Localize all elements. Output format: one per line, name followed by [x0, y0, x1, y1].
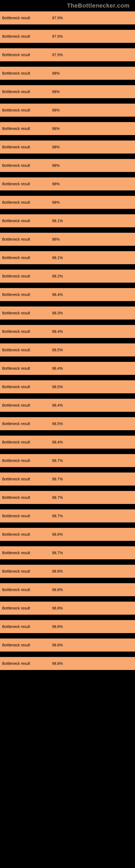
result-row[interactable]: Bottleneck result98.7%: [0, 491, 135, 509]
result-label: Bottleneck result: [0, 624, 50, 629]
percentage-value: 98.6%: [52, 532, 63, 536]
result-row[interactable]: Bottleneck result98.8%: [0, 583, 135, 601]
percentage-area: 98.1%: [50, 251, 135, 264]
result-row[interactable]: Bottleneck result98.5%: [0, 380, 135, 399]
percentage-area: 98.8%: [50, 657, 135, 670]
percentage-area: 98.7%: [50, 509, 135, 522]
percentage-area: 98.7%: [50, 546, 135, 559]
percentage-area: 98%: [50, 67, 135, 80]
result-label: Bottleneck result: [0, 16, 50, 20]
percentage-value: 98.7%: [52, 458, 63, 463]
result-row[interactable]: Bottleneck result98%: [0, 159, 135, 177]
result-label: Bottleneck result: [0, 366, 50, 371]
result-label: Bottleneck result: [0, 403, 50, 407]
result-row[interactable]: Bottleneck result98.1%: [0, 251, 135, 270]
percentage-area: 98%: [50, 159, 135, 172]
result-row[interactable]: Bottleneck result97.9%: [0, 30, 135, 48]
percentage-value: 98.2%: [52, 274, 63, 278]
result-row[interactable]: Bottleneck result98.8%: [0, 565, 135, 583]
result-label: Bottleneck result: [0, 514, 50, 518]
result-row[interactable]: Bottleneck result98.4%: [0, 399, 135, 417]
result-row[interactable]: Bottleneck result98%: [0, 177, 135, 196]
result-label: Bottleneck result: [0, 34, 50, 38]
results-list: Bottleneck result97.9%Bottleneck result9…: [0, 11, 135, 675]
result-row[interactable]: Bottleneck result98.2%: [0, 270, 135, 288]
result-row[interactable]: Bottleneck result98%: [0, 196, 135, 214]
percentage-area: 98.8%: [50, 601, 135, 615]
result-row[interactable]: Bottleneck result98.7%: [0, 546, 135, 565]
result-row[interactable]: Bottleneck result98.5%: [0, 343, 135, 362]
result-row[interactable]: Bottleneck result98%: [0, 104, 135, 122]
percentage-value: 98%: [52, 71, 60, 75]
result-row[interactable]: Bottleneck result98.7%: [0, 509, 135, 528]
result-row[interactable]: Bottleneck result98.8%: [0, 639, 135, 657]
result-label: Bottleneck result: [0, 90, 50, 94]
percentage-value: 98.7%: [52, 514, 63, 518]
result-label: Bottleneck result: [0, 126, 50, 131]
percentage-area: 98.4%: [50, 436, 135, 448]
result-row[interactable]: Bottleneck result97.9%: [0, 11, 135, 30]
percentage-area: 98.7%: [50, 491, 135, 504]
result-row[interactable]: Bottleneck result98.8%: [0, 657, 135, 675]
percentage-area: 98%: [50, 141, 135, 154]
percentage-value: 98.8%: [52, 661, 63, 665]
percentage-area: 98.1%: [50, 214, 135, 227]
result-row[interactable]: Bottleneck result98.4%: [0, 436, 135, 454]
result-row[interactable]: Bottleneck result98%: [0, 233, 135, 251]
percentage-value: 98.1%: [52, 255, 63, 260]
result-label: Bottleneck result: [0, 477, 50, 481]
result-row[interactable]: Bottleneck result97.9%: [0, 48, 135, 67]
percentage-area: 98.5%: [50, 343, 135, 356]
percentage-value: 98.5%: [52, 422, 63, 426]
percentage-value: 98.7%: [52, 495, 63, 500]
percentage-value: 97.9%: [52, 34, 63, 38]
result-row[interactable]: Bottleneck result98.7%: [0, 472, 135, 491]
result-row[interactable]: Bottleneck result98%: [0, 85, 135, 104]
percentage-area: 98%: [50, 104, 135, 117]
site-header: TheBottlenecker.com: [0, 0, 135, 11]
result-label: Bottleneck result: [0, 237, 50, 241]
percentage-area: 98.7%: [50, 454, 135, 467]
result-label: Bottleneck result: [0, 384, 50, 389]
percentage-area: 98.7%: [50, 472, 135, 486]
percentage-value: 98.5%: [52, 384, 63, 389]
percentage-area: 97.9%: [50, 48, 135, 61]
result-label: Bottleneck result: [0, 588, 50, 592]
result-row[interactable]: Bottleneck result98.4%: [0, 325, 135, 343]
result-row[interactable]: Bottleneck result98.4%: [0, 288, 135, 307]
result-row[interactable]: Bottleneck result98.8%: [0, 601, 135, 620]
percentage-value: 98.3%: [52, 311, 63, 315]
result-row[interactable]: Bottleneck result98%: [0, 67, 135, 85]
result-row[interactable]: Bottleneck result98.1%: [0, 214, 135, 233]
result-row[interactable]: Bottleneck result98.3%: [0, 307, 135, 325]
percentage-area: 98.8%: [50, 565, 135, 578]
result-row[interactable]: Bottleneck result98.5%: [0, 417, 135, 436]
percentage-area: 98%: [50, 233, 135, 246]
result-label: Bottleneck result: [0, 145, 50, 149]
percentage-value: 97.9%: [52, 53, 63, 57]
percentage-value: 98.4%: [52, 292, 63, 297]
result-label: Bottleneck result: [0, 661, 50, 665]
result-row[interactable]: Bottleneck result98%: [0, 141, 135, 159]
percentage-value: 98.4%: [52, 329, 63, 334]
percentage-value: 98%: [52, 200, 60, 205]
percentage-value: 98.1%: [52, 219, 63, 223]
result-row[interactable]: Bottleneck result98%: [0, 122, 135, 141]
percentage-value: 98.4%: [52, 403, 63, 407]
result-label: Bottleneck result: [0, 606, 50, 610]
result-row[interactable]: Bottleneck result98.6%: [0, 528, 135, 546]
percentage-value: 98.7%: [52, 551, 63, 555]
percentage-value: 98%: [52, 237, 60, 241]
result-label: Bottleneck result: [0, 292, 50, 297]
percentage-area: 98%: [50, 196, 135, 209]
result-row[interactable]: Bottleneck result98.7%: [0, 454, 135, 472]
result-label: Bottleneck result: [0, 200, 50, 205]
percentage-area: 98.8%: [50, 639, 135, 652]
percentage-area: 98.4%: [50, 362, 135, 375]
percentage-area: 98.3%: [50, 307, 135, 319]
result-row[interactable]: Bottleneck result98.8%: [0, 620, 135, 639]
result-label: Bottleneck result: [0, 311, 50, 315]
percentage-area: 98.6%: [50, 528, 135, 541]
result-row[interactable]: Bottleneck result98.4%: [0, 362, 135, 380]
result-label: Bottleneck result: [0, 53, 50, 57]
